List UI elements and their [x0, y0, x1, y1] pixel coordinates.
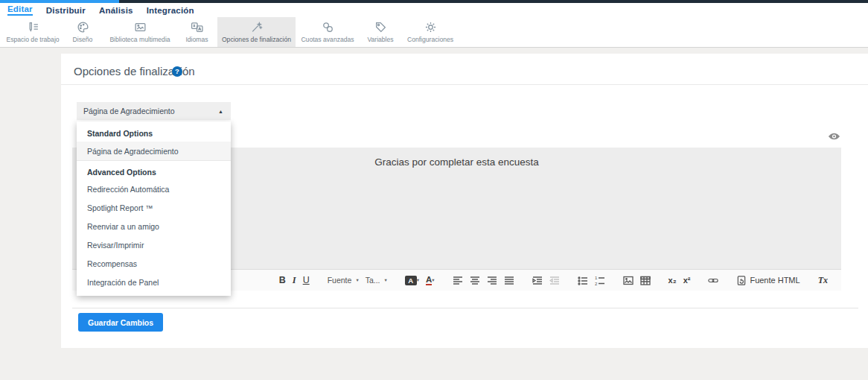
numbered-list-button[interactable]: 12 — [595, 276, 605, 285]
insert-image-icon — [623, 276, 634, 285]
align-left-icon — [453, 276, 463, 285]
gear-icon — [424, 21, 437, 34]
preview-eye-icon[interactable] — [828, 131, 840, 142]
svg-text:1: 1 — [595, 276, 598, 280]
tab-label: Diseño — [73, 36, 93, 43]
menu-item-revisar-imprimir[interactable]: Revisar/Imprimir — [77, 236, 231, 255]
tab-cuotas-avanzadas[interactable]: Cuotas avanzadas — [296, 17, 360, 47]
html-source-label: Fuente HTML — [750, 276, 800, 285]
font-family-label: Fuente — [328, 276, 352, 285]
nav-item-analisis[interactable]: Análisis — [99, 6, 133, 15]
finish-options-select-value: Página de Agradecimiento — [83, 107, 175, 115]
html-source-icon — [736, 276, 747, 285]
tab-label: Biblioteca multimedia — [109, 36, 170, 43]
menu-item-spotlight-report[interactable]: Spotlight Report ™ — [77, 199, 231, 218]
justify-icon — [504, 276, 514, 285]
justify-button[interactable] — [504, 276, 514, 285]
nav-item-distribuir[interactable]: Distribuir — [46, 6, 86, 15]
ribbon-tab-bar: Espacio de trabajo Diseño Biblioteca mul… — [0, 17, 868, 48]
insert-image-button[interactable] — [623, 276, 634, 285]
triangle-up-icon: ▲ — [218, 109, 223, 114]
caret-down-icon: ▾ — [385, 277, 387, 283]
menu-item-redireccion-automatica[interactable]: Redirección Automática — [77, 180, 231, 199]
help-icon[interactable]: ? — [172, 66, 182, 77]
align-right-icon — [487, 276, 497, 285]
tab-espacio-de-trabajo[interactable]: Espacio de trabajo — [4, 17, 62, 47]
tab-label: Variables — [367, 36, 393, 43]
background-color-icon: A — [405, 276, 417, 285]
workspace-icon — [27, 21, 39, 34]
tag-icon — [374, 21, 387, 34]
translate-icon — [191, 21, 203, 34]
italic-button[interactable]: I — [293, 275, 296, 286]
font-size-dropdown[interactable]: Ta...▾ — [366, 276, 387, 285]
bullet-list-button[interactable] — [578, 276, 588, 285]
align-right-button[interactable] — [487, 276, 497, 285]
tab-biblioteca-multimedia[interactable]: Biblioteca multimedia — [103, 17, 176, 47]
magic-wand-icon — [250, 21, 263, 34]
text-color-icon: A — [426, 276, 432, 285]
decrease-indent-icon — [549, 276, 560, 285]
tab-label: Espacio de trabajo — [6, 36, 59, 43]
caret-down-icon: ▾ — [417, 277, 419, 283]
tab-label: Configuraciones — [407, 36, 453, 43]
tab-label: Opciones de finalización — [222, 36, 291, 43]
title-divider — [61, 84, 868, 85]
tab-diseno[interactable]: Diseño — [62, 17, 103, 47]
align-left-button[interactable] — [453, 276, 463, 285]
subscript-button[interactable]: x₂ — [668, 276, 677, 285]
increase-indent-button[interactable] — [532, 276, 543, 285]
insert-table-button[interactable] — [640, 276, 651, 285]
menu-item-recompensas[interactable]: Recompensas — [77, 255, 231, 273]
text-color-button[interactable]: A▾ — [426, 276, 435, 285]
chain-links-icon — [322, 21, 334, 34]
increase-indent-icon — [532, 276, 543, 285]
insert-table-icon — [640, 276, 651, 285]
font-size-label: Ta... — [366, 276, 380, 285]
finish-options-select[interactable]: Página de Agradecimiento ▲ — [77, 102, 231, 120]
bullet-list-icon — [578, 276, 588, 285]
nav-item-integracion[interactable]: Integración — [147, 6, 194, 15]
caret-down-icon: ▾ — [432, 277, 434, 283]
menu-header-advanced: Advanced Options — [77, 164, 231, 180]
tab-label: Idiomas — [185, 36, 208, 43]
menu-item-pagina-de-agradecimiento[interactable]: Página de Agradecimiento — [77, 142, 231, 161]
media-library-icon — [134, 21, 147, 34]
caret-down-icon: ▾ — [356, 277, 358, 283]
background-color-button[interactable]: A▾ — [405, 276, 419, 285]
align-center-button[interactable] — [470, 276, 480, 285]
tab-label: Cuotas avanzadas — [301, 36, 354, 43]
remove-format-button[interactable]: Tx — [818, 275, 828, 286]
finish-options-menu: Standard Options Página de Agradecimient… — [77, 121, 231, 296]
bold-button[interactable]: B — [279, 275, 286, 285]
svg-text:2: 2 — [595, 282, 598, 285]
tab-opciones-de-finalizacion[interactable]: Opciones de finalización — [217, 17, 296, 47]
menu-item-integracion-de-panel[interactable]: Integración de Panel — [77, 273, 231, 292]
nav-item-editar[interactable]: Editar — [7, 4, 33, 16]
palette-icon — [77, 21, 89, 34]
numbered-list-icon: 12 — [595, 276, 605, 285]
save-button[interactable]: Guardar Cambios — [78, 313, 163, 332]
underline-button[interactable]: U — [303, 275, 310, 285]
menu-header-standard: Standard Options — [77, 125, 231, 142]
link-icon — [708, 276, 718, 285]
insert-link-button[interactable] — [708, 276, 718, 285]
align-center-icon — [470, 276, 480, 285]
html-source-button[interactable]: Fuente HTML — [736, 276, 800, 285]
superscript-button[interactable]: x² — [683, 276, 691, 285]
tab-idiomas[interactable]: Idiomas — [176, 17, 217, 47]
main-nav: Editar Distribuir Análisis Integración — [0, 3, 868, 17]
tab-variables[interactable]: Variables — [360, 17, 401, 47]
menu-item-reenviar-a-un-amigo[interactable]: Reenviar a un amigo — [77, 218, 231, 236]
font-family-dropdown[interactable]: Fuente▾ — [328, 276, 359, 285]
bottom-divider — [72, 308, 858, 308]
decrease-indent-button[interactable] — [549, 276, 560, 285]
tab-configuraciones[interactable]: Configuraciones — [401, 17, 459, 47]
